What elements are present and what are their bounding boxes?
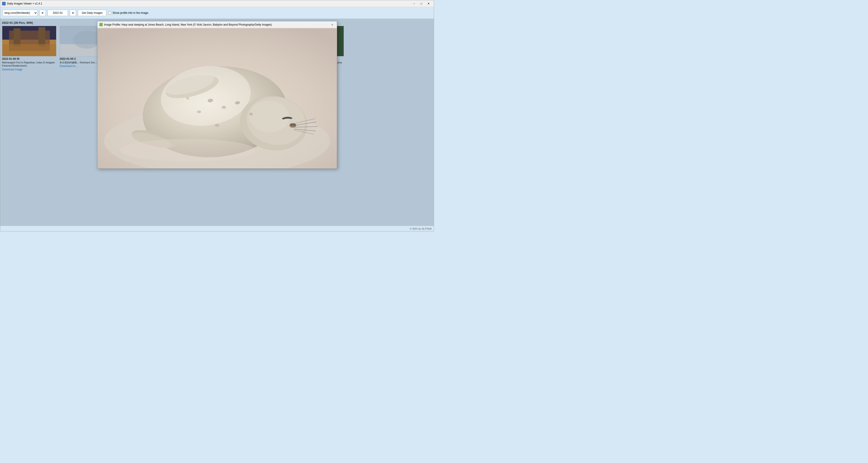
app-footer: © 2021 by SLITSoft — [0, 226, 434, 231]
svg-point-45 — [215, 124, 219, 127]
show-profile-label[interactable]: Show profile info in the image. — [108, 11, 149, 14]
modal-overlay: 🟩 Image Profile: Harp seal sleeping at J… — [0, 19, 434, 226]
svg-point-37 — [289, 123, 296, 128]
svg-point-46 — [186, 97, 189, 99]
app-window: Daily Images Viewer + v1.4.1 − □ ✕ bing.… — [0, 0, 434, 232]
footer-text: © 2021 by SLITSoft — [410, 227, 432, 230]
show-profile-checkbox[interactable] — [108, 11, 111, 14]
minimize-button[interactable]: − — [411, 1, 417, 6]
date-input[interactable] — [48, 10, 68, 16]
modal-close-button[interactable]: × — [330, 22, 335, 27]
image-profile-modal: 🟩 Image Profile: Harp seal sleeping at J… — [97, 21, 337, 169]
close-button[interactable]: ✕ — [425, 1, 432, 6]
show-profile-text: Show profile info in the image. — [113, 11, 149, 14]
app-icon — [2, 2, 6, 5]
app-title: Daily Images Viewer + v1.4.1 — [7, 2, 411, 5]
svg-point-42 — [197, 111, 201, 113]
modal-title-icon: 🟩 — [99, 23, 103, 27]
svg-point-49 — [120, 139, 255, 162]
get-daily-images-button[interactable]: Get Daily Images — [78, 10, 106, 16]
prev-month-button[interactable]: < — [39, 10, 46, 16]
title-bar: Daily Images Viewer + v1.4.1 − □ ✕ — [0, 0, 434, 7]
modal-image-container — [97, 28, 337, 168]
window-controls: − □ ✕ — [411, 1, 432, 6]
modal-title-text: Image Profile: Harp seal sleeping at Jon… — [104, 23, 330, 26]
modal-title-bar: 🟩 Image Profile: Harp seal sleeping at J… — [97, 21, 337, 28]
next-month-button[interactable]: > — [70, 10, 76, 16]
seal-image-svg — [97, 28, 337, 168]
maximize-button[interactable]: □ — [418, 1, 425, 6]
main-content: 2022-01 (38 Pics, WW) 2022-01-06 IN Mehr… — [0, 19, 434, 226]
svg-point-38 — [290, 124, 293, 126]
toolbar: bing.com(Worldwide) bing.com(US) bing.co… — [0, 7, 434, 19]
region-select[interactable]: bing.com(Worldwide) bing.com(US) bing.co… — [2, 10, 38, 16]
svg-point-39 — [293, 124, 296, 126]
